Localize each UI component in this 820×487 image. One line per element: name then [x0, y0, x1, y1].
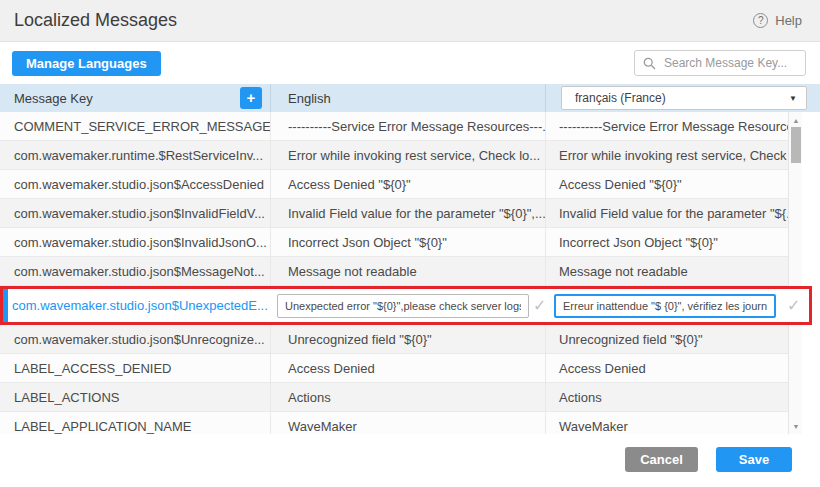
english-cell: Access Denied "${0}" — [270, 170, 545, 198]
message-key-cell: com.wavemaker.studio.json$InvalidJsonO..… — [0, 228, 270, 256]
english-cell: Invalid Field value for the parameter "$… — [270, 199, 545, 227]
page-title: Localized Messages — [14, 10, 177, 31]
french-cell: Message not readable — [545, 257, 788, 285]
table-row[interactable]: LABEL_ACTIONS Actions Actions — [0, 383, 788, 412]
table-row[interactable]: com.wavemaker.studio.json$InvalidJsonO..… — [0, 228, 788, 257]
scrollbar-thumb[interactable] — [791, 127, 801, 163]
help-icon: ? — [753, 13, 768, 28]
english-cell: WaveMaker — [270, 412, 545, 434]
table-row[interactable]: LABEL_ACCESS_DENIED Access Denied Access… — [0, 354, 788, 383]
english-cell: Unrecognized field "${0}" — [270, 325, 545, 353]
french-cell: Actions — [545, 383, 788, 411]
toolbar: Manage Languages — [0, 42, 820, 84]
save-button[interactable]: Save — [716, 447, 792, 472]
message-key-cell: LABEL_ACTIONS — [0, 383, 270, 411]
table-body: COMMENT_SERVICE_ERROR_MESSAGES ---------… — [0, 112, 820, 434]
message-key-cell: com.wavemaker.runtime.$RestServiceInv... — [0, 141, 270, 169]
table-row[interactable]: com.wavemaker.studio.json$AccessDenied A… — [0, 170, 788, 199]
french-cell: Access Denied "${0}" — [545, 170, 788, 198]
english-cell: Access Denied — [270, 354, 545, 382]
confirm-english-check-icon[interactable]: ✓ — [533, 298, 546, 314]
french-cell: ----------Service Error Message Resource… — [545, 112, 788, 140]
language-select-value: français (France) — [575, 91, 666, 105]
message-key-cell: LABEL_ACCESS_DENIED — [0, 354, 270, 382]
language-select[interactable]: français (France) ▼ — [561, 86, 807, 110]
french-cell: Access Denied — [545, 354, 788, 382]
cancel-button[interactable]: Cancel — [625, 447, 698, 472]
table-row-editing[interactable]: com.wavemaker.studio.json$UnexpectedE...… — [0, 286, 812, 325]
table-row[interactable]: com.wavemaker.studio.json$InvalidFieldV.… — [0, 199, 788, 228]
message-key-cell: com.wavemaker.studio.json$AccessDenied — [0, 170, 270, 198]
vertical-scrollbar[interactable]: ▲ ▼ — [788, 112, 802, 434]
manage-languages-button[interactable]: Manage Languages — [12, 51, 161, 76]
title-bar: Localized Messages ? Help — [0, 0, 820, 42]
table-row[interactable]: LABEL_APPLICATION_NAME WaveMaker WaveMak… — [0, 412, 788, 434]
table-row[interactable]: com.wavemaker.studio.json$MessageNot... … — [0, 257, 788, 286]
english-cell: Error while invoking rest service, Check… — [270, 141, 545, 169]
search-input[interactable] — [662, 55, 797, 71]
scroll-up-icon[interactable]: ▲ — [789, 114, 803, 126]
dropdown-arrow-icon: ▼ — [789, 94, 797, 103]
active-row-indicator — [3, 289, 8, 322]
english-cell: Actions — [270, 383, 545, 411]
table-row[interactable]: COMMENT_SERVICE_ERROR_MESSAGES ---------… — [0, 112, 788, 141]
table-row[interactable]: com.wavemaker.studio.json$Unrecognize...… — [0, 325, 788, 354]
french-cell: Invalid Field value for the parameter "$… — [545, 199, 788, 227]
confirm-french-check-icon[interactable]: ✓ — [787, 298, 800, 314]
french-cell: Unrecognized field "${0}" — [545, 325, 788, 353]
french-cell: Incorrect Json Object "${0}" — [545, 228, 788, 256]
table-row[interactable]: com.wavemaker.runtime.$RestServiceInv...… — [0, 141, 788, 170]
french-cell: WaveMaker — [545, 412, 788, 434]
search-icon — [643, 57, 656, 70]
french-edit-input[interactable] — [554, 294, 776, 318]
english-cell: Incorrect Json Object "${0}" — [270, 228, 545, 256]
messages-table: Message Key + English français (France) … — [0, 84, 820, 434]
french-cell: Error while invoking rest service, Check… — [545, 141, 788, 169]
table-header: Message Key + English français (France) … — [0, 84, 820, 112]
help-label: Help — [775, 13, 802, 28]
english-cell: ----------Service Error Message Resource… — [270, 112, 545, 140]
english-edit-input[interactable] — [277, 294, 529, 318]
message-key-cell: com.wavemaker.studio.json$MessageNot... — [0, 257, 270, 285]
message-key-cell: com.wavemaker.studio.json$InvalidFieldV.… — [0, 199, 270, 227]
help-link[interactable]: ? Help — [753, 13, 802, 28]
message-key-cell: com.wavemaker.studio.json$UnexpectedE... — [12, 289, 268, 322]
add-message-key-button[interactable]: + — [240, 87, 262, 109]
scroll-down-icon[interactable]: ▼ — [789, 420, 803, 432]
message-key-header: Message Key — [14, 91, 93, 106]
footer-actions: Cancel Save — [625, 447, 792, 472]
message-key-cell: LABEL_APPLICATION_NAME — [0, 412, 270, 434]
english-column-header: English — [288, 91, 331, 106]
message-key-cell: com.wavemaker.studio.json$Unrecognize... — [0, 325, 270, 353]
message-key-cell: COMMENT_SERVICE_ERROR_MESSAGES — [0, 112, 270, 140]
search-box[interactable] — [634, 50, 806, 76]
english-cell: Message not readable — [270, 257, 545, 285]
